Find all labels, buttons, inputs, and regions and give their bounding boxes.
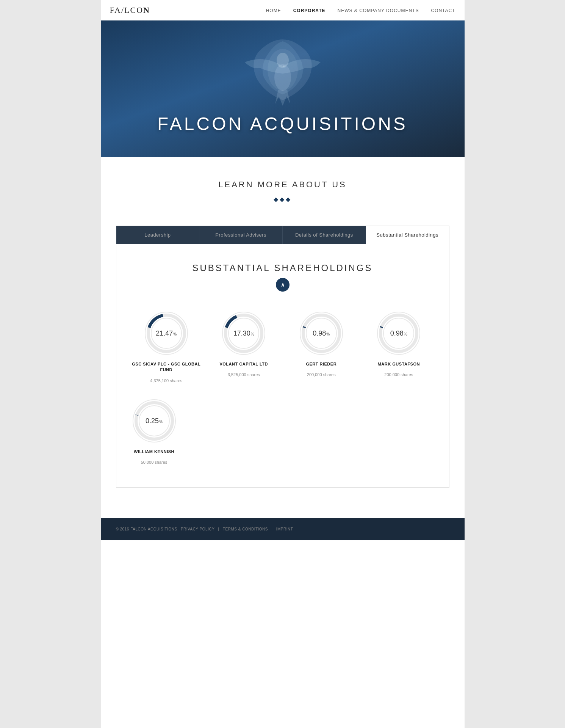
donut-label-rieder: 0.98% (313, 329, 330, 337)
shareholder-name-gsc: GSC SICAV PLC - GSC GLOBAL FUND (131, 361, 202, 373)
donut-volant: 17.30% (221, 311, 266, 356)
rule-line-right (293, 285, 414, 285)
shareholder-shares-gustafson: 200,000 shares (384, 372, 413, 377)
shareholder-item-gustafson: 0.98% MARK GUSTAFSON 200,000 shares (364, 311, 434, 383)
donut-label-gustafson: 0.98% (390, 329, 407, 337)
shareholder-shares-volant: 3,525,000 shares (228, 372, 260, 377)
footer-privacy[interactable]: PRIVACY POLICY (181, 527, 214, 531)
shareholder-item-volant: 17.30% VOLANT CAPITAL LTD 3,525,000 shar… (209, 311, 279, 383)
falcon-icon: ∧ (276, 278, 290, 292)
shareholder-name-gustafson: MARK GUSTAFSON (378, 361, 420, 367)
footer: © 2016 FALCON ACQUISITIONS PRIVACY POLIC… (101, 518, 465, 540)
about-title: LEARN MORE ABOUT US (116, 180, 449, 190)
divider-diamonds: ◆◆◆ (116, 196, 449, 203)
navigation: FA/LCON HOME CORPORATE NEWS & COMPANY DO… (101, 0, 465, 20)
nav-links: HOME CORPORATE NEWS & COMPANY DOCUMENTS … (266, 7, 455, 14)
shareholder-name-kennish: WILLIAM KENNISH (134, 449, 174, 455)
shareholder-name-rieder: GERT RIEDER (306, 361, 336, 367)
donut-label-gsc: 21.47% (156, 329, 177, 337)
tab-leadership[interactable]: Leadership (116, 226, 200, 244)
shareholder-item-rieder: 0.98% GERT RIEDER 200,000 shares (286, 311, 357, 383)
hero-section: FALCON ACQUISITIONS (101, 20, 465, 157)
donut-label-kennish: 0.25% (146, 417, 163, 425)
donut-label-volant: 17.30% (233, 329, 254, 337)
footer-terms[interactable]: TERMS & CONDITIONS (223, 527, 268, 531)
shareholder-item-gsc: 21.47% GSC SICAV PLC - GSC GLOBAL FUND 4… (131, 311, 202, 383)
nav-link-contact[interactable]: CONTACT (431, 8, 455, 13)
footer-imprint[interactable]: IMPRINT (276, 527, 293, 531)
logo[interactable]: FA/LCON (110, 5, 150, 15)
nav-item-home[interactable]: HOME (266, 7, 281, 14)
rule-line-left (152, 285, 273, 285)
nav-link-home[interactable]: HOME (266, 8, 281, 13)
substantial-title: SUBSTANTIAL SHAREHOLDINGS (131, 263, 434, 273)
hero-title: FALCON ACQUISITIONS (157, 113, 408, 134)
footer-copy: © 2016 FALCON ACQUISITIONS (116, 527, 177, 531)
nav-item-contact[interactable]: CONTACT (431, 7, 455, 14)
donut-gsc: 21.47% (144, 311, 189, 356)
footer-text: © 2016 FALCON ACQUISITIONS PRIVACY POLIC… (116, 527, 449, 531)
tab-substantial-shareholdings[interactable]: Substantial Shareholdings (366, 226, 449, 244)
shareholder-shares-kennish: 50,000 shares (141, 460, 167, 464)
nav-item-corporate[interactable]: CORPORATE (293, 7, 326, 14)
tabs-header: Leadership Professional Advisers Details… (116, 226, 449, 244)
tab-details-shareholdings[interactable]: Details of Shareholdings (283, 226, 366, 244)
donut-gustafson: 0.98% (376, 311, 421, 356)
logo-text: FA/LCON (110, 5, 150, 15)
shareholder-shares-gsc: 4,375,100 shares (150, 378, 182, 383)
tabs-container: Leadership Professional Advisers Details… (116, 226, 449, 488)
nav-item-news[interactable]: NEWS & COMPANY DOCUMENTS (337, 7, 419, 14)
falcon-image (233, 24, 332, 123)
donut-rieder: 0.98% (299, 311, 344, 356)
svg-point-1 (274, 64, 291, 91)
nav-link-news[interactable]: NEWS & COMPANY DOCUMENTS (337, 8, 419, 13)
shareholders-grid: 21.47% GSC SICAV PLC - GSC GLOBAL FUND 4… (131, 311, 434, 383)
shareholder-item-kennish: 0.25% WILLIAM KENNISH 50,000 shares (131, 398, 177, 464)
tab-professional-advisers[interactable]: Professional Advisers (199, 226, 283, 244)
about-section: LEARN MORE ABOUT US ◆◆◆ (101, 157, 465, 226)
tab-content-substantial: SUBSTANTIAL SHAREHOLDINGS ∧ (116, 244, 449, 487)
nav-link-corporate[interactable]: CORPORATE (293, 8, 326, 13)
shareholders-row2: 0.25% WILLIAM KENNISH 50,000 shares (131, 398, 434, 464)
shareholder-name-volant: VOLANT CAPITAL LTD (219, 361, 268, 367)
shareholder-shares-rieder: 200,000 shares (307, 372, 336, 377)
section-rule: ∧ (131, 278, 434, 292)
donut-kennish: 0.25% (131, 398, 177, 444)
